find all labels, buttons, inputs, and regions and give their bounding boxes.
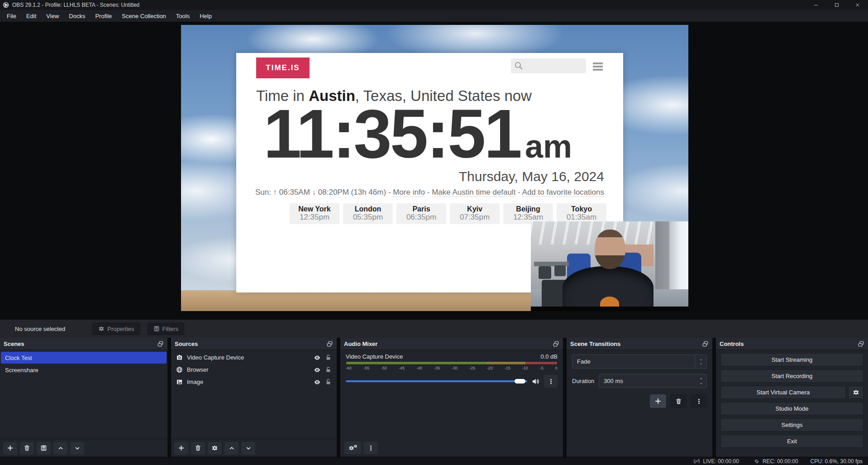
- move-source-up-button[interactable]: [224, 442, 238, 455]
- speaker-icon[interactable]: [532, 378, 539, 385]
- exit-button[interactable]: Exit: [720, 435, 863, 448]
- menu-item-docks[interactable]: Docks: [64, 11, 90, 21]
- close-icon: [855, 2, 860, 8]
- duration-spinbox[interactable]: 300 ms: [599, 374, 707, 388]
- remove-transition-button[interactable]: [670, 394, 687, 408]
- kebab-icon: [548, 378, 554, 385]
- canvas-area: TIME.IS Time in Austin, Texas, United St…: [0, 22, 868, 320]
- audio-mixer-dock-header: Audio Mixer: [340, 338, 563, 350]
- sources-dock: Sources Video Capture Device Browser: [171, 338, 337, 457]
- add-transition-button[interactable]: [650, 394, 666, 408]
- webcam-video-source[interactable]: [531, 221, 688, 311]
- move-scene-up-button[interactable]: [53, 442, 67, 455]
- sources-toolbar: [171, 439, 337, 457]
- scene-filters-button[interactable]: [37, 442, 51, 455]
- properties-button[interactable]: Properties: [92, 323, 140, 335]
- menu-item-view[interactable]: View: [41, 11, 64, 21]
- lock-icon[interactable]: [325, 379, 332, 385]
- kebab-icon: [367, 445, 374, 451]
- filters-icon: [40, 445, 47, 451]
- mixer-menu-button[interactable]: [364, 441, 377, 454]
- scene-item-screenshare[interactable]: Screenshare: [1, 364, 167, 376]
- spin-up-icon[interactable]: [699, 377, 704, 380]
- menu-item-edit[interactable]: Edit: [21, 11, 41, 21]
- plus-icon: [178, 445, 185, 451]
- remove-scene-button[interactable]: [20, 442, 34, 455]
- studio-mode-button[interactable]: Studio Mode: [720, 402, 863, 415]
- source-item-image[interactable]: Image: [172, 376, 336, 388]
- scenes-dock-header: Scenes: [0, 338, 167, 350]
- settings-button[interactable]: Settings: [720, 418, 863, 431]
- timeis-sun-info: Sun: ↑ 06:35AM ↓ 08:20PM (13h 46m) - Mor…: [236, 188, 604, 197]
- chevron-down-icon: [245, 445, 252, 451]
- volume-slider[interactable]: [346, 379, 527, 384]
- more-info-link: More info: [393, 188, 425, 197]
- city-time-box: New York12:35pm: [290, 203, 339, 224]
- globe-icon: [176, 366, 183, 373]
- add-scene-button[interactable]: [3, 442, 17, 455]
- add-source-button[interactable]: [174, 442, 188, 455]
- start-streaming-button[interactable]: Start Streaming: [720, 353, 863, 366]
- menu-item-tools[interactable]: Tools: [171, 11, 195, 21]
- lock-icon[interactable]: [325, 366, 332, 373]
- scene-item-clock-test[interactable]: Clock Test: [1, 352, 167, 364]
- timeis-clock: 11:35:51am: [263, 99, 572, 168]
- start-virtual-camera-button[interactable]: Start Virtual Camera: [720, 386, 846, 399]
- virtual-camera-settings-button[interactable]: [848, 386, 863, 399]
- minimize-button[interactable]: [806, 0, 826, 10]
- obs-logo-icon: [3, 2, 9, 8]
- source-item-video-capture[interactable]: Video Capture Device: [172, 351, 336, 364]
- menu-item-help[interactable]: Help: [195, 11, 217, 21]
- record-icon: [754, 458, 760, 465]
- advanced-audio-button[interactable]: [344, 441, 361, 454]
- menu-item-file[interactable]: File: [2, 11, 21, 21]
- start-recording-button[interactable]: Start Recording: [720, 369, 863, 383]
- controls-dock-header: Controls: [716, 338, 868, 350]
- source-toolbar: No source selected Properties Filters: [0, 320, 868, 338]
- transition-menu-button[interactable]: [691, 394, 707, 408]
- eye-icon[interactable]: [314, 366, 321, 374]
- city-time-box: Kyiv07:35pm: [450, 203, 500, 224]
- scene-transitions-dock: Scene Transitions Fade Duration 300 ms: [567, 338, 712, 457]
- menu-bar: File Edit View Docks Profile Scene Colle…: [0, 10, 868, 22]
- move-scene-down-button[interactable]: [70, 442, 84, 455]
- city-time-box: Paris06:35pm: [396, 203, 446, 224]
- menu-item-scene-collection[interactable]: Scene Collection: [117, 11, 171, 21]
- popout-icon[interactable]: [326, 340, 333, 347]
- close-button[interactable]: [847, 0, 868, 10]
- chevron-down-icon: [74, 445, 81, 451]
- popout-icon[interactable]: [702, 340, 709, 347]
- move-source-down-button[interactable]: [241, 442, 255, 455]
- volume-slider-handle[interactable]: [515, 379, 525, 384]
- kebab-icon: [696, 398, 702, 405]
- mixer-channel: Video Capture Device 0.0 dB -60-55-50-45…: [340, 350, 563, 388]
- popout-icon[interactable]: [157, 340, 164, 347]
- spin-down-icon[interactable]: [699, 382, 704, 385]
- filters-button[interactable]: Filters: [148, 323, 184, 335]
- timeis-meridiem: am: [525, 128, 572, 164]
- preview-canvas[interactable]: TIME.IS Time in Austin, Texas, United St…: [181, 25, 688, 311]
- maximize-button[interactable]: [826, 0, 847, 10]
- eye-icon[interactable]: [314, 379, 321, 386]
- menu-item-profile[interactable]: Profile: [90, 11, 117, 21]
- image-icon: [176, 379, 183, 385]
- popout-icon[interactable]: [858, 340, 864, 347]
- source-item-browser[interactable]: Browser: [172, 364, 336, 376]
- remove-source-button[interactable]: [191, 442, 205, 455]
- timeis-search-box: [511, 58, 586, 73]
- obs-window: OBS 29.1.2 - Profile: LLHLS BETA - Scene…: [0, 0, 868, 465]
- timeis-logo: TIME.IS: [256, 58, 310, 78]
- search-icon: [514, 61, 523, 70]
- transition-select[interactable]: Fade: [572, 355, 707, 369]
- source-properties-button[interactable]: [208, 442, 222, 455]
- mixer-channel-menu-button[interactable]: [544, 375, 558, 388]
- hamburger-menu-icon: [593, 62, 603, 72]
- gear-icon: [353, 444, 358, 448]
- eye-icon[interactable]: [314, 354, 321, 361]
- chevron-up-icon: [57, 445, 64, 451]
- trash-icon: [675, 398, 682, 405]
- lock-icon[interactable]: [325, 354, 332, 361]
- popout-icon[interactable]: [553, 340, 559, 347]
- channel-name: Video Capture Device: [346, 353, 403, 360]
- broadcast-icon: [693, 458, 700, 465]
